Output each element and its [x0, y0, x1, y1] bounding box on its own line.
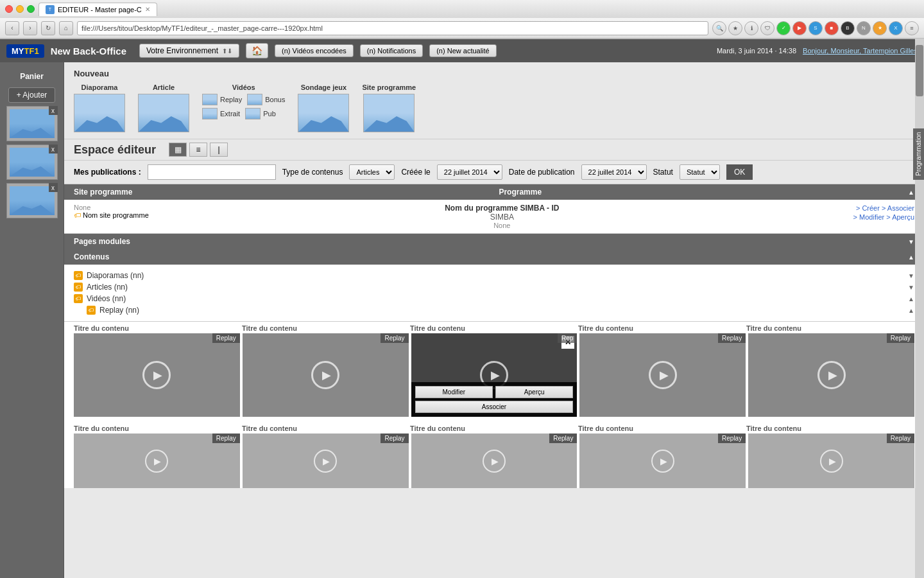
tree-articles[interactable]: 🏷 Articles (nn) ▼: [74, 281, 914, 293]
video-card-3: ✕ Rep ▶ Modifier Aperçu Associer: [411, 333, 578, 417]
scrollbar-thumb[interactable]: [916, 62, 923, 96]
modifier-apercu-link[interactable]: > Modifier > Aperçu: [853, 213, 914, 221]
back-button[interactable]: ‹: [5, 21, 19, 35]
tree-videos[interactable]: 🏷 Vidéos (nn) ▲: [74, 293, 914, 304]
ext7-icon[interactable]: ★: [873, 21, 887, 35]
new-actualite-btn[interactable]: (n) New actualité: [429, 44, 497, 57]
shield-icon[interactable]: 🛡: [760, 21, 774, 35]
video-thumb-2[interactable]: Replay ▶: [243, 333, 409, 417]
sidebar-item-2[interactable]: x: [6, 144, 58, 180]
video-bonus[interactable]: Bonus: [247, 94, 285, 105]
col-header-3: Titre du contenu: [410, 323, 578, 333]
video-play-r2-1[interactable]: ▶: [145, 450, 168, 473]
video-grid-headers: Titre du contenu Titre du contenu Titre …: [64, 322, 924, 333]
notifications-btn[interactable]: (n) Notifications: [360, 44, 423, 57]
add-button[interactable]: + Ajouter: [8, 87, 56, 103]
video-thumb-4[interactable]: Replay ▶: [579, 333, 746, 417]
sidebar-item-close-2[interactable]: x: [49, 144, 58, 153]
video-play-r2-4[interactable]: ▶: [651, 450, 674, 473]
site-programme-thumb[interactable]: [363, 94, 415, 132]
forward-button[interactable]: ›: [23, 21, 37, 35]
creer-associer-link[interactable]: > Créer > Associer: [856, 204, 914, 212]
tab-close-btn[interactable]: ✕: [145, 6, 150, 13]
video-play-1[interactable]: ▶: [142, 361, 171, 389]
sidebar-item-close-1[interactable]: x: [49, 106, 58, 115]
statut-select[interactable]: Statut: [680, 164, 720, 180]
video-play-r2-5[interactable]: ▶: [820, 450, 843, 473]
ext5-icon[interactable]: B: [841, 21, 855, 35]
ext2-icon[interactable]: ▶: [792, 21, 807, 35]
tree-replay[interactable]: 🏷 Replay (nn) ▲: [87, 304, 914, 316]
video-thumb-r2-1[interactable]: Replay ▶: [74, 434, 240, 488]
type-contenus-select[interactable]: Articles: [349, 164, 395, 180]
date-pub-select[interactable]: 22 juillet 2014: [581, 164, 647, 180]
video-thumb-r2-3[interactable]: Replay ▶: [411, 434, 578, 488]
video-thumb-r2-2[interactable]: Replay ▶: [243, 434, 409, 488]
bonus-label[interactable]: Bonus: [265, 96, 285, 103]
ext4-icon[interactable]: ■: [825, 21, 839, 35]
date-pub-label: Date de publication: [509, 168, 575, 177]
video-extrait[interactable]: Extrait: [202, 108, 240, 119]
search-input[interactable]: [148, 164, 276, 180]
info-icon[interactable]: ℹ: [744, 21, 758, 35]
close-dot[interactable]: [5, 5, 13, 13]
address-bar[interactable]: file:///Users/titou/Desktop/MyTF1/editeu…: [77, 21, 708, 35]
minimize-dot[interactable]: [16, 5, 24, 13]
ext6-icon[interactable]: N: [857, 21, 871, 35]
video-thumb-r2-4[interactable]: Replay ▶: [579, 434, 746, 488]
cree-le-select[interactable]: 22 juillet 2014: [437, 164, 502, 180]
search-icon[interactable]: 🔍: [712, 21, 726, 35]
video-play-4[interactable]: ▶: [649, 361, 677, 389]
video-thumb-r2-5[interactable]: Replay ▶: [748, 434, 914, 488]
contenus-header[interactable]: Contenus ▲: [64, 249, 924, 265]
sidebar-item-3[interactable]: x: [6, 183, 58, 218]
video-pub[interactable]: Pub: [245, 108, 276, 119]
ext1-icon[interactable]: ✓: [776, 21, 791, 35]
associer-btn[interactable]: Associer: [415, 401, 574, 413]
programmation-tab[interactable]: Programmation: [913, 128, 924, 180]
sidebar-item-1[interactable]: x: [6, 106, 58, 141]
site-prog-name[interactable]: 🏷 Nom site programme: [74, 211, 151, 219]
site-programme-header[interactable]: Site programme Programme ▲: [64, 184, 924, 200]
menu-icon[interactable]: ≡: [905, 21, 919, 35]
video-play-r2-2[interactable]: ▶: [314, 450, 337, 473]
sidebar-item-close-3[interactable]: x: [49, 183, 58, 192]
video-play-2[interactable]: ▶: [311, 361, 339, 389]
video-thumb-5[interactable]: Replay ▶: [748, 333, 914, 417]
extrait-label[interactable]: Extrait: [220, 110, 240, 118]
video-thumb-1[interactable]: Replay ▶: [74, 333, 240, 417]
home-button[interactable]: 🏠: [246, 43, 268, 58]
video-replay[interactable]: Replay: [202, 94, 242, 105]
diaporama-thumb[interactable]: [74, 94, 125, 132]
ok-button[interactable]: OK: [726, 164, 753, 180]
nouveau-grid: Diaporama Article Vidéos: [74, 83, 914, 132]
videos-encoded-btn[interactable]: (n) Vidéos encodées: [275, 44, 354, 57]
grid-view-btn[interactable]: ▦: [169, 143, 187, 157]
list-view-btn[interactable]: ≡: [189, 143, 207, 157]
detail-view-btn[interactable]: |: [210, 143, 228, 157]
article-thumb[interactable]: [138, 94, 189, 132]
user-greeting[interactable]: Bonjour, Monsieur, Tartempion Gilles: [803, 47, 918, 55]
pages-modules-header[interactable]: Pages modules ▼: [64, 234, 924, 249]
video-play-5[interactable]: ▶: [817, 361, 846, 389]
address-text: file:///Users/titou/Desktop/MyTF1/editeu…: [81, 24, 323, 32]
replay-label[interactable]: Replay: [220, 96, 242, 103]
overlay-btns-row: Modifier Aperçu: [415, 386, 574, 398]
modifier-btn[interactable]: Modifier: [415, 386, 493, 398]
star-icon[interactable]: ★: [728, 21, 742, 35]
env-selector[interactable]: Votre Environnement ⬆⬇: [139, 44, 239, 58]
browser-tab[interactable]: T EDITEUR - Master page-C ✕: [38, 3, 157, 16]
home-button[interactable]: ⌂: [59, 21, 73, 35]
video-thumb-3[interactable]: ✕ Rep ▶ Modifier Aperçu Associer: [411, 333, 578, 417]
pub-label[interactable]: Pub: [263, 110, 276, 118]
reload-button[interactable]: ↻: [41, 21, 55, 35]
main-layout: Panier + Ajouter x x x: [0, 62, 924, 578]
ext3-icon[interactable]: S: [809, 21, 823, 35]
tree-diaporamas[interactable]: 🏷 Diaporamas (nn) ▼: [74, 270, 914, 281]
maximize-dot[interactable]: [27, 5, 35, 13]
prog-none2: None: [164, 222, 841, 229]
video-play-r2-3[interactable]: ▶: [483, 450, 506, 473]
apercu-btn[interactable]: Aperçu: [495, 386, 573, 398]
ext8-icon[interactable]: X: [889, 21, 903, 35]
sondage-thumb[interactable]: [298, 94, 349, 132]
